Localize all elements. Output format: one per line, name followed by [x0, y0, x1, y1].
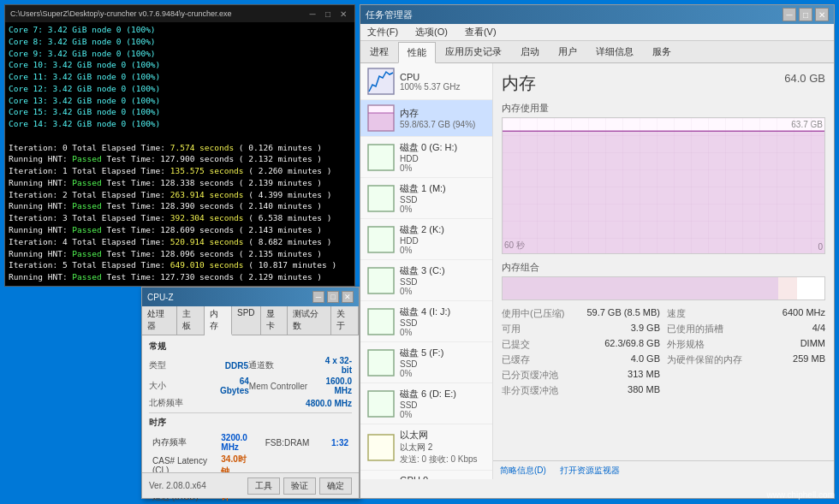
taskmgr-title: 任务管理器	[366, 9, 413, 21]
paged-pool-row: 已分页缓冲池 313 MB	[502, 369, 660, 382]
mem-icon	[367, 104, 395, 132]
sidebar-item-disk0[interactable]: 磁盘 0 (G: H:) HDD 0%	[360, 137, 492, 178]
used-slots-value: 4/4	[812, 323, 825, 335]
sidebar-item-disk4[interactable]: 磁盘 4 (I: J:) SSD 0%	[360, 301, 492, 342]
disk3-usage: 0%	[400, 287, 485, 296]
timing-section-title: 时序	[149, 417, 352, 429]
form-factor-label: 外形规格	[667, 338, 705, 351]
taskmgr-titlebar[interactable]: 任务管理器 ─ □ ✕	[360, 5, 834, 24]
disk5-usage: 0%	[400, 369, 485, 378]
iter2-test: Running HNT: Passed Test Time: 128.390 s…	[9, 200, 351, 212]
tab-details[interactable]: 详细信息	[586, 41, 643, 62]
menu-view[interactable]: 查看(V)	[461, 26, 500, 39]
tab-spd[interactable]: SPD	[232, 306, 261, 335]
summary-link[interactable]: 简略信息(D)	[500, 465, 546, 477]
terminal-close-btn[interactable]: ✕	[337, 8, 349, 20]
svg-rect-4	[368, 145, 394, 170]
core-line-7: Core 7: 3.42 GiB node 0 (100%)	[9, 24, 351, 36]
taskmgr-tabs: 进程 性能 应用历史记录 启动 用户 详细信息 服务	[360, 41, 834, 63]
taskmgr-minimize-btn[interactable]: ─	[782, 8, 796, 21]
size-value: 64 Gbytes	[220, 377, 249, 395]
available-value: 3.9 GB	[631, 323, 660, 335]
speed-value: 6400 MHz	[782, 307, 825, 320]
disk2-info: 磁盘 2 (K:) HDD 0%	[400, 223, 485, 255]
ok-button[interactable]: 确定	[319, 477, 352, 495]
taskmgr-statusbar: 简略信息(D) 打开资源监视器	[493, 460, 834, 479]
disk-graph-icon-2	[367, 226, 395, 253]
tab-process[interactable]: 进程	[360, 41, 398, 62]
terminal-titlebar[interactable]: C:\Users\SuperZ\Desktop\y-cruncher v0.7.…	[5, 5, 354, 22]
watermark: www.chiphell.com	[767, 490, 835, 500]
composition-section-title: 内存组合	[502, 261, 825, 274]
sidebar-item-ethernet[interactable]: 以太网 以太网 2 发送: 0 接收: 0 Kbps	[360, 424, 492, 471]
northbridge-value: 4800.0 MHz	[306, 399, 352, 408]
tab-about[interactable]: 关于	[331, 306, 359, 335]
disk-graph-icon-5	[367, 349, 395, 377]
used-slots-row: 已使用的插槽 4/4	[667, 323, 825, 335]
memory-graph-svg	[503, 118, 824, 253]
terminal-minimize-btn[interactable]: ─	[306, 8, 318, 20]
menu-options[interactable]: 选项(O)	[412, 26, 451, 39]
cpu-sidebar-info: CPU 100% 5.37 GHz	[400, 72, 485, 92]
cpuz-close-btn[interactable]: ✕	[342, 291, 354, 303]
form-factor-value: DIMM	[800, 338, 825, 351]
disk4-name: 磁盘 4 (I: J:)	[400, 305, 485, 318]
validate-button[interactable]: 验证	[283, 477, 316, 495]
cpuz-title: CPU-Z	[147, 293, 174, 302]
tab-mainboard[interactable]: 主板	[177, 306, 205, 335]
disk-graph-icon-0	[367, 144, 395, 171]
memory-panel-title: 内存	[502, 72, 536, 95]
terminal-maximize-btn[interactable]: □	[322, 8, 334, 20]
tab-users[interactable]: 用户	[549, 41, 586, 62]
sidebar-item-disk1[interactable]: 磁盘 1 (M:) SSD 0%	[360, 178, 492, 219]
size-label: 大小	[149, 380, 220, 392]
cpuz-minimize-btn[interactable]: ─	[312, 291, 324, 303]
taskmgr-maximize-btn[interactable]: □	[799, 8, 812, 21]
terminal-controls: ─ □ ✕	[306, 8, 349, 20]
committed-label: 已提交	[502, 338, 530, 351]
size-row: 大小 64 Gbytes Mem Controller 1600.0 MHz	[149, 377, 352, 395]
non-paged-value: 380 MB	[628, 384, 660, 397]
disk3-name: 磁盘 3 (C:)	[400, 264, 485, 277]
disk5-icon	[367, 349, 395, 377]
disk6-icon	[367, 390, 395, 418]
tools-button[interactable]: 工具	[247, 477, 280, 495]
disk6-name: 磁盘 6 (D: E:)	[400, 388, 485, 400]
cpuz-footer-buttons: 工具 验证 确定	[247, 477, 352, 495]
general-section-title: 常规	[149, 341, 352, 353]
menu-file[interactable]: 文件(F)	[364, 26, 402, 39]
sidebar-item-gpu[interactable]: GPU 0 NVIDIA GeForce RTX 3070 Ti 6% (33 …	[360, 471, 492, 479]
cpuz-titlebar[interactable]: CPU-Z ─ □ ✕	[142, 288, 359, 306]
svg-rect-9	[368, 350, 394, 376]
svg-rect-5	[368, 186, 394, 211]
taskmgr-sidebar: CPU 100% 5.37 GHz 内存 59.8/63.7 GB (94%)	[360, 63, 493, 479]
mem-graph-icon	[367, 104, 395, 132]
sidebar-item-disk6[interactable]: 磁盘 6 (D: E:) SSD 0%	[360, 383, 492, 424]
available-label: 可用	[502, 323, 521, 335]
tab-gpu[interactable]: 显卡	[261, 306, 289, 335]
sidebar-item-cpu[interactable]: CPU 100% 5.37 GHz	[360, 63, 492, 100]
sidebar-item-disk3[interactable]: 磁盘 3 (C:) SSD 0%	[360, 260, 492, 301]
cached-label: 已缓存	[502, 353, 530, 366]
tab-processor[interactable]: 处理器	[142, 306, 177, 335]
mem-sidebar-info: 内存 59.8/63.7 GB (94%)	[400, 107, 485, 129]
tab-memory[interactable]: 内存	[205, 306, 232, 335]
sidebar-item-disk2[interactable]: 磁盘 2 (K:) HDD 0%	[360, 219, 492, 260]
tab-app-history[interactable]: 应用历史记录	[436, 41, 511, 62]
sidebar-item-disk5[interactable]: 磁盘 5 (F:) SSD 0%	[360, 342, 492, 383]
gpu-info: GPU 0 NVIDIA GeForce RTX 3070 Ti 6% (33 …	[400, 475, 485, 479]
tab-performance[interactable]: 性能	[398, 42, 436, 63]
core-line-8: Core 8: 3.42 GiB node 0 (100%)	[9, 36, 351, 48]
taskmgr-close-btn[interactable]: ✕	[815, 8, 829, 21]
open-monitor-link[interactable]: 打开资源监视器	[560, 465, 620, 477]
stats-left: 使用中(已压缩) 59.7 GB (8.5 MB) 可用 3.9 GB 已提交 …	[502, 307, 660, 400]
taskmgr-main-panel: 内存 64.0 GB 内存使用量 63.7 GB 60 秒 0	[493, 63, 834, 479]
tab-startup[interactable]: 启动	[511, 41, 549, 62]
in-use-row: 使用中(已压缩) 59.7 GB (8.5 MB)	[502, 307, 660, 320]
tab-bench[interactable]: 测试分数	[288, 306, 331, 335]
sidebar-item-memory[interactable]: 内存 59.8/63.7 GB (94%)	[360, 100, 492, 137]
cpuz-maximize-btn[interactable]: □	[327, 291, 339, 303]
tab-services[interactable]: 服务	[643, 41, 681, 62]
disk2-icon	[367, 226, 395, 253]
fsb-label: FSB:DRAM	[262, 432, 328, 453]
